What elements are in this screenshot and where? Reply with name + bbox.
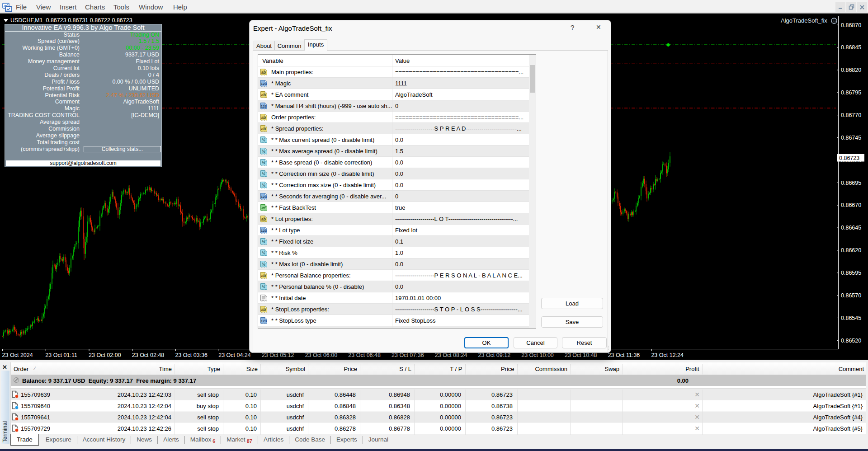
svg-text:23 Oct 2024: 23 Oct 2024: [2, 352, 33, 358]
svg-text:0.86870: 0.86870: [841, 22, 861, 28]
svg-text:23 Oct 09:12: 23 Oct 09:12: [478, 352, 511, 358]
svg-text:0.86723: 0.86723: [839, 155, 859, 161]
svg-text:0.86770: 0.86770: [841, 112, 861, 118]
svg-text:0.86670: 0.86670: [841, 202, 861, 208]
svg-text:½: ½: [262, 172, 265, 176]
svg-text:0.86795: 0.86795: [841, 89, 861, 96]
svg-text:123: 123: [261, 229, 267, 233]
svg-text:123: 123: [261, 104, 267, 108]
svg-text:23 Oct 05:12: 23 Oct 05:12: [262, 352, 294, 358]
svg-text:23 Oct 11:36: 23 Oct 11:36: [608, 352, 640, 358]
svg-text:0.86695: 0.86695: [841, 180, 861, 186]
svg-text:23 Oct 02:00: 23 Oct 02:00: [89, 352, 121, 358]
svg-text:ab: ab: [261, 115, 266, 120]
svg-text:½: ½: [262, 149, 265, 154]
svg-text:0.86645: 0.86645: [841, 225, 861, 231]
svg-text:0.86620: 0.86620: [841, 247, 861, 254]
svg-text:23 Oct 04:24: 23 Oct 04:24: [218, 352, 251, 358]
svg-text:½: ½: [262, 285, 265, 289]
svg-text:0.86820: 0.86820: [841, 67, 861, 73]
svg-text:0.86595: 0.86595: [841, 270, 861, 276]
svg-text:½: ½: [262, 262, 265, 267]
svg-text:23 Oct 07:36: 23 Oct 07:36: [392, 352, 424, 358]
svg-text:23 Oct 06:00: 23 Oct 06:00: [305, 352, 338, 358]
svg-text:0.86745: 0.86745: [841, 135, 861, 141]
svg-text:ab: ab: [261, 217, 266, 221]
svg-text:ab: ab: [261, 127, 266, 131]
svg-text:23 Oct 08:24: 23 Oct 08:24: [435, 352, 467, 358]
svg-text:0.86545: 0.86545: [841, 315, 861, 321]
svg-text:0.86570: 0.86570: [841, 292, 861, 299]
svg-text:½: ½: [262, 160, 265, 165]
svg-text:½: ½: [262, 240, 265, 244]
svg-text:23 Oct 10:48: 23 Oct 10:48: [565, 352, 597, 358]
svg-text:23 Oct 03:36: 23 Oct 03:36: [175, 352, 208, 358]
svg-text:123: 123: [261, 195, 267, 199]
svg-text:ab: ab: [261, 93, 266, 97]
svg-text:½: ½: [262, 183, 265, 188]
svg-text:ab: ab: [261, 307, 266, 312]
svg-text:23 Oct 10:00: 23 Oct 10:00: [521, 352, 554, 358]
svg-text:123: 123: [261, 319, 267, 323]
svg-text:½: ½: [262, 138, 265, 142]
svg-text:123: 123: [261, 82, 267, 86]
svg-text:23 Oct 06:48: 23 Oct 06:48: [348, 352, 381, 358]
svg-text:ab: ab: [261, 273, 266, 278]
svg-text:½: ½: [262, 251, 265, 255]
svg-text:0.86520: 0.86520: [841, 338, 861, 344]
svg-text:ab: ab: [261, 70, 266, 75]
svg-text:23 Oct 01:11: 23 Oct 01:11: [45, 352, 77, 358]
svg-text:23 Oct 12:24: 23 Oct 12:24: [651, 352, 684, 358]
svg-text:0.86845: 0.86845: [841, 44, 861, 51]
svg-text:23 Oct 02:48: 23 Oct 02:48: [132, 352, 165, 358]
